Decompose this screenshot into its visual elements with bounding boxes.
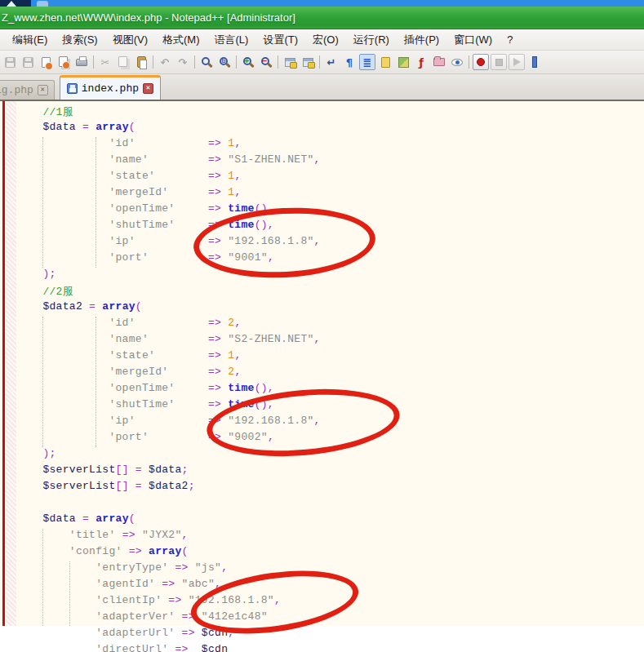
close-icon[interactable] (38, 54, 54, 70)
toolbar-separator (275, 54, 281, 70)
menu-search[interactable]: 搜索(S) (55, 29, 104, 51)
code-line: 'title' => "JYX2", (16, 529, 644, 545)
window-title: Z_www.zhen.net\WWW\index.php - Notepad++… (2, 11, 295, 24)
print-icon[interactable] (73, 54, 90, 70)
tab-config-php[interactable]: ig.php ✕ (0, 80, 55, 100)
redo-icon[interactable]: ↷ (175, 54, 191, 70)
saved-file-icon (67, 83, 78, 94)
tab-bar: ig.php ✕ index.php ✕ (0, 74, 644, 100)
menu-format[interactable]: 格式(M) (155, 29, 207, 51)
paste-icon[interactable] (133, 54, 149, 70)
menu-plugins[interactable]: 插件(P) (397, 29, 446, 51)
code-area[interactable]: //1服 $data = array( 'id' => 1, 'name' =>… (0, 101, 644, 652)
toolbar-separator (317, 54, 322, 70)
code-line: //1服 (16, 104, 644, 121)
undo-icon[interactable]: ↶ (157, 54, 173, 70)
folder-workspace-icon[interactable] (431, 54, 447, 70)
run-script-icon[interactable]: ƒ (413, 54, 429, 70)
tab-index-php[interactable]: index.php ✕ (60, 75, 161, 100)
code-line: $serverList[] = $data2; (16, 480, 644, 496)
macro-save-icon[interactable] (526, 54, 543, 70)
code-line: $serverList[] = $data; (16, 463, 644, 480)
background-window-strip (0, 0, 644, 7)
replace-icon[interactable] (216, 54, 233, 70)
save-icon[interactable] (2, 54, 18, 70)
code-line: 'config' => array( (16, 545, 644, 561)
menu-window[interactable]: 窗口(W) (446, 29, 500, 51)
notepad-plus-plus-window: Z_www.zhen.net\WWW\index.php - Notepad++… (0, 0, 644, 652)
cut-icon[interactable]: ✂ (97, 54, 113, 70)
code-line: 'state' => 1, (16, 170, 644, 186)
doc-map-icon[interactable] (395, 54, 411, 70)
code-line: 'directUrl' => $cdn (16, 643, 644, 652)
zoom-out-icon[interactable] (258, 54, 274, 70)
menu-view[interactable]: 视图(V) (105, 29, 155, 51)
code-line: 'name' => "S2-ZHEN.NET", (16, 333, 644, 349)
save-all-icon[interactable] (20, 54, 36, 70)
code-line: 'id' => 1, (16, 137, 644, 153)
code-line: 'name' => "S1-ZHEN.NET", (16, 153, 644, 170)
menu-run[interactable]: 运行(R) (346, 29, 397, 51)
tab-close-icon[interactable]: ✕ (38, 85, 48, 95)
menu-settings[interactable]: 设置(T) (255, 29, 305, 51)
code-line: 'state' => 1, (16, 349, 644, 366)
close-all-icon[interactable] (56, 54, 72, 70)
macro-record-icon[interactable] (473, 54, 489, 70)
menu-macro[interactable]: 宏(O) (305, 29, 346, 51)
tab-label: ig.php (0, 84, 33, 96)
editor[interactable]: //1服 $data = array( 'id' => 1, 'name' =>… (0, 101, 644, 626)
function-list-icon[interactable] (377, 54, 393, 70)
word-wrap-icon[interactable]: ↵ (323, 54, 340, 70)
code-line: //2服 (16, 284, 644, 300)
macro-play-icon[interactable] (509, 54, 525, 70)
code-line: 'mergeId' => 1, (16, 186, 644, 202)
show-all-chars-icon[interactable]: ¶ (341, 54, 358, 70)
sync-horizontal-scroll-icon[interactable] (300, 54, 316, 70)
annotation-left-line (2, 101, 5, 626)
code-line: $data2 = array( (16, 300, 644, 317)
find-icon[interactable] (198, 54, 215, 70)
toolbar-separator (91, 54, 96, 70)
sync-vertical-scroll-icon[interactable] (282, 54, 298, 70)
toolbar-separator (192, 54, 198, 70)
title-bar[interactable]: Z_www.zhen.net\WWW\index.php - Notepad++… (0, 7, 644, 29)
menu-language[interactable]: 语言(L) (207, 29, 256, 51)
code-line: 'adapterUrl' => $cdn, (16, 627, 644, 643)
toolbar-separator (233, 54, 239, 70)
menu-edit[interactable]: 编辑(E) (5, 29, 55, 51)
toolbar-separator (150, 54, 156, 70)
scroll-top-arrow-icon (7, 1, 16, 7)
code-line: 'id' => 2, (16, 317, 644, 333)
macro-stop-icon[interactable] (491, 54, 507, 70)
background-tab-shape (37, 1, 48, 7)
code-line: $data = array( (16, 512, 644, 529)
zoom-in-icon[interactable] (240, 54, 256, 70)
tab-close-icon[interactable]: ✕ (143, 83, 153, 94)
code-line: 'mergeId' => 2, (16, 366, 644, 382)
menu-help[interactable]: ? (500, 30, 520, 49)
toolbar: ✂↶↷↵¶≣ƒ (0, 51, 644, 74)
code-line: $data = array( (16, 121, 644, 137)
menu-bar: 编辑(E)搜索(S)视图(V)格式(M)语言(L)设置(T)宏(O)运行(R)插… (0, 29, 644, 51)
tab-label: index.php (82, 82, 139, 95)
copy-icon[interactable] (115, 54, 131, 70)
code-line (16, 496, 644, 512)
preview-eye-icon[interactable] (449, 54, 465, 70)
indent-guide-icon[interactable]: ≣ (359, 54, 375, 70)
toolbar-separator (466, 54, 472, 70)
